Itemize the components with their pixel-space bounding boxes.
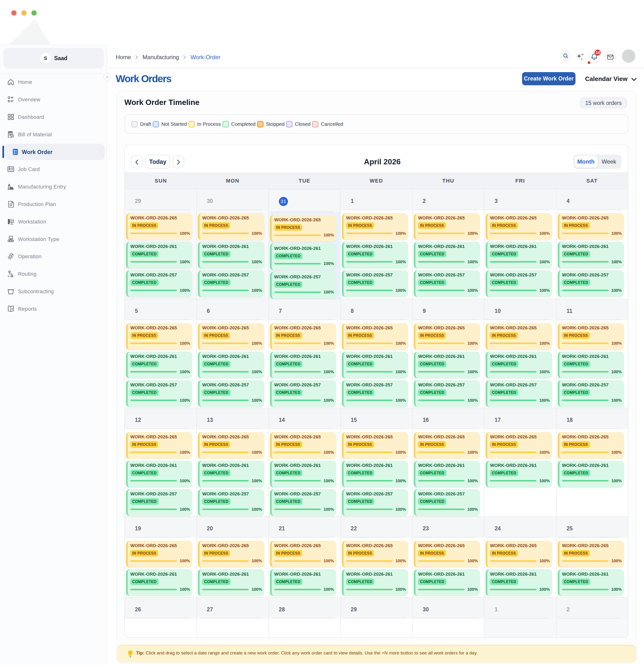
- svg-text:$: $: [12, 307, 13, 310]
- svg-text:$: $: [12, 135, 13, 137]
